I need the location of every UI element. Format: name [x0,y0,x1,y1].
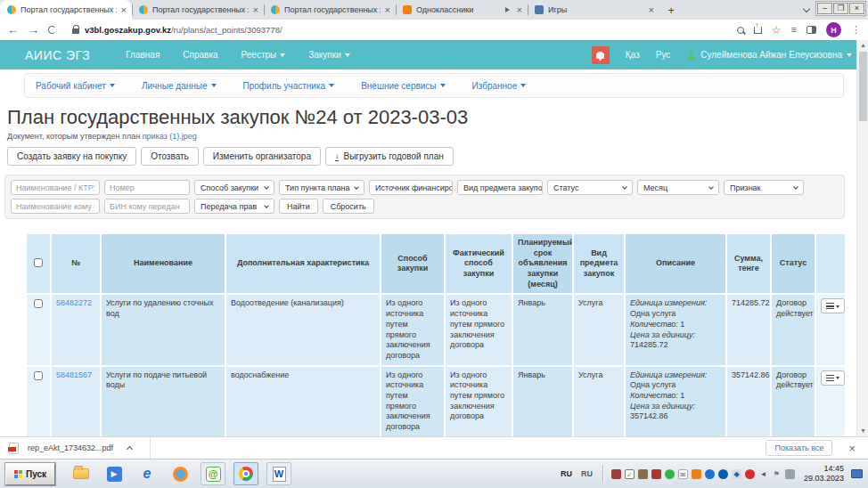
recall-button[interactable]: Отозвать [141,147,199,166]
side-panel-icon[interactable] [807,26,816,34]
volume-icon[interactable]: ◄ [758,469,768,479]
reload-button[interactable] [48,26,56,34]
tray-icon[interactable] [638,469,648,479]
mailru-agent-taskbar-button[interactable]: @ [201,462,225,485]
export-annual-plan-button[interactable]: ↓Выгрузить годовой план [325,147,454,166]
row-actions-button[interactable] [821,370,845,386]
subnav-izbrannoe[interactable]: Избранное [472,81,527,91]
tab-close-icon[interactable]: × [253,5,258,14]
subnav-lichnye-dannye[interactable]: Личные данные [142,81,217,91]
filter-attribute-select[interactable]: Признак [724,180,804,195]
flag-icon[interactable]: ⚑ [772,469,782,479]
plan-item-link[interactable]: 58481567 [56,370,92,379]
nav-spravka[interactable]: Справка [183,50,217,60]
close-button[interactable]: × [849,3,864,14]
row-checkbox[interactable] [34,371,43,380]
bookmark-star-icon[interactable]: ☆ [772,25,782,36]
filter-status-select[interactable]: Статус [547,180,633,195]
media-player-taskbar-button[interactable]: ▶ [102,462,127,485]
tray-icon[interactable] [705,469,715,479]
tray-icon[interactable] [611,469,621,479]
create-request-button[interactable]: Создать заявку на покупку [7,147,136,166]
row-actions-button[interactable] [821,298,845,313]
filter-method-select[interactable]: Способ закупки [194,180,274,195]
zoom-icon[interactable] [737,27,744,34]
tray-icon[interactable] [745,469,755,479]
tray-icon[interactable] [785,469,795,479]
change-organizer-button[interactable]: Изменить организатора [203,147,321,166]
language-indicator[interactable]: RU [578,469,595,478]
tab-goszakup-3[interactable]: Портал государственных закупок × [264,0,396,20]
share-icon[interactable] [754,27,762,34]
tray-icon[interactable] [718,469,728,479]
reset-button[interactable]: Сбросить [323,199,374,214]
subnav-profil-uchastnika[interactable]: Профиль участника [243,81,335,91]
nav-reestry[interactable]: Реестры [242,50,286,60]
tab-search-chevron-icon[interactable] [803,5,810,12]
nav-zakupki[interactable]: Закупки [308,50,349,60]
filter-transfer-bin-input[interactable] [104,199,190,214]
back-button[interactable]: ← [7,24,19,36]
tab-audio-icon[interactable] [505,7,512,12]
browser-menu-icon[interactable]: ⋮ [851,24,861,36]
user-menu[interactable]: Сулейменова Айжан Елеусизовна [686,50,852,61]
tray-icon[interactable]: ✉ [678,469,688,479]
plan-document-link[interactable]: приказ (1).jpeg [143,132,197,141]
site-logo[interactable]: АИИС ЭГЗ [25,48,90,62]
padlock-icon[interactable] [72,28,79,34]
restore-button[interactable]: ❐ [833,3,848,14]
filter-funding-source-select[interactable]: Источник финансиров [369,180,453,195]
scrollbar-thumb[interactable] [859,52,867,121]
internet-explorer-taskbar-button[interactable]: e [135,462,160,485]
word-taskbar-button[interactable]: W [266,462,291,485]
select-all-checkbox[interactable] [34,258,43,267]
scroll-up-icon[interactable]: ▲ [857,40,868,51]
forward-button[interactable]: → [28,24,39,36]
tab-close-icon[interactable]: × [517,5,522,14]
tray-icon[interactable] [665,469,675,479]
tray-icon[interactable] [651,469,661,479]
filter-subject-type-select[interactable]: Вид предмета закупок [457,180,543,195]
minimize-button[interactable]: – [817,3,832,14]
nav-glavnaya[interactable]: Главная [126,50,160,60]
tray-icon[interactable]: ◆ [732,469,741,479]
chevron-up-icon[interactable] [127,446,133,452]
taskbar-clock[interactable]: 14:45 29.03.2023 [804,464,844,484]
scroll-down-icon[interactable]: ▼ [857,426,868,436]
lang-rus-button[interactable]: Рус [656,50,671,60]
tray-icon[interactable]: ✓ [625,469,635,479]
close-downloads-bar-icon[interactable]: × [848,443,856,454]
show-desktop-button[interactable] [851,469,863,478]
tray-icon[interactable] [692,469,701,479]
reading-list-icon[interactable]: ≡ [791,25,797,35]
new-tab-button[interactable]: + [663,2,679,18]
subnav-rabochiy-kabinet[interactable]: Рабочий кабинет [36,81,115,91]
address-bar[interactable]: v3bl.goszakup.gov.kz/ru/plans/act_points… [65,22,728,38]
profile-avatar[interactable]: H [826,22,841,37]
tab-goszakup-1[interactable]: Портал государственных закупок × [0,0,132,20]
tab-close-icon[interactable]: × [649,5,654,14]
tab-close-icon[interactable]: × [385,5,390,14]
subnav-vneshnie-servisy[interactable]: Внешние сервисы [361,81,445,91]
filter-rights-transfer-select[interactable]: Передача прав [194,199,274,214]
start-button[interactable]: Пуск [5,463,55,485]
firefox-taskbar-button[interactable] [168,462,192,485]
filter-number-input[interactable] [104,180,190,195]
filter-month-select[interactable]: Месяц [637,180,719,195]
show-all-downloads-button[interactable]: Показать все [766,440,832,456]
tab-odnoklassniki[interactable]: Одноклассники × [396,0,528,20]
notifications-button[interactable] [592,46,610,64]
explorer-taskbar-button[interactable] [69,462,94,485]
downloaded-file-chip[interactable]: rep_eAkt_1734632...pdf [28,443,113,452]
chrome-taskbar-button[interactable] [233,462,258,485]
tab-close-icon[interactable]: × [121,5,127,14]
find-button[interactable]: Найти [279,199,318,214]
filter-name-ktru-input[interactable] [11,180,100,195]
plan-item-link[interactable]: 58482272 [56,298,92,307]
tab-igry[interactable]: Игры × [528,0,659,20]
filter-transfer-name-input[interactable] [11,199,100,214]
page-scrollbar[interactable]: ▲ ▼ [856,40,868,436]
row-checkbox[interactable] [34,299,43,308]
language-indicator[interactable]: RU [558,469,575,478]
tab-goszakup-2[interactable]: Портал государственных закупок × [132,0,264,20]
